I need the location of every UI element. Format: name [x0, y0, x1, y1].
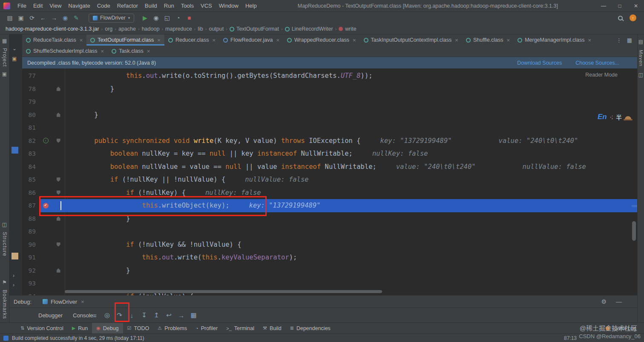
synchronize-icon[interactable]: ⟳ — [26, 14, 37, 21]
fold-end-icon[interactable] — [57, 217, 60, 221]
tab-reducetask-class[interactable]: ReduceTask.class× — [22, 34, 86, 46]
tab-close-icon[interactable]: × — [157, 37, 161, 43]
code-line-92[interactable]: 92 } — [22, 264, 637, 277]
menu-vcs[interactable]: VCS — [197, 3, 216, 9]
hide-panel-icon[interactable]: — — [616, 298, 622, 305]
settings-gear-icon[interactable]: ⚙ — [601, 298, 607, 305]
menu-edit[interactable]: Edit — [30, 3, 46, 9]
back-icon[interactable]: ← — [37, 14, 49, 21]
toolwindow-button-terminal[interactable]: >_Terminal — [222, 323, 259, 333]
breadcrumb-item-hadoop-mapreduce-client-core-3-1-3-jar[interactable]: hadoop-mapreduce-client-core-3.1.3.jar — [4, 26, 101, 32]
coverage-icon[interactable]: ◱ — [161, 14, 172, 21]
menu-navigate[interactable]: Navigate — [65, 3, 93, 9]
toolwindow-button-dependencies[interactable]: ≣Dependencies — [286, 323, 335, 333]
breadcrumb-item-mapreduce[interactable]: mapreduce — [164, 26, 193, 32]
breadcrumb-item-org[interactable]: org — [104, 26, 114, 32]
code-line-83[interactable]: 83 boolean nullKey = key == null || key … — [22, 147, 637, 160]
code-editor[interactable]: 77 this.out.write(o.toString().getBytes(… — [22, 68, 637, 295]
database-icon[interactable]: ◫ — [638, 72, 643, 78]
ime-mode-label[interactable]: En — [598, 113, 607, 121]
toolwindow-button-todo[interactable]: ☑TODO — [123, 323, 154, 333]
stop-icon[interactable]: ■ — [184, 14, 195, 21]
maximize-button[interactable]: □ — [612, 3, 628, 9]
menu-run[interactable]: Run — [161, 3, 178, 9]
vertical-scrollbar[interactable] — [632, 221, 636, 241]
tab-close-icon[interactable]: × — [588, 37, 591, 43]
code-line-81[interactable]: 81 — [22, 121, 637, 134]
fold-end-icon[interactable] — [57, 113, 60, 117]
show-execution-point-icon[interactable]: ◎ — [101, 311, 113, 319]
toolwindow-button-run[interactable]: ▶Run — [68, 323, 92, 333]
open-icon[interactable]: ▤ — [4, 14, 15, 21]
tab-debugger[interactable]: Debugger — [33, 308, 68, 322]
tab-close-icon[interactable]: × — [276, 37, 279, 43]
breadcrumb-item-lib[interactable]: lib — [196, 26, 204, 32]
fold-start-icon[interactable] — [57, 242, 60, 247]
code-line-78[interactable]: 78 } — [22, 83, 637, 96]
folder-icon[interactable]: ▣ — [12, 56, 17, 62]
tab-taskinputoutputcontextimpl-class[interactable]: TaskInputOutputContextImpl.class× — [360, 34, 462, 46]
code-line-88[interactable]: 88 } — [22, 212, 637, 225]
menu-help[interactable]: Help — [242, 3, 260, 9]
fold-end-icon[interactable] — [57, 87, 60, 91]
tab-shuffle-class[interactable]: Shuffle.class× — [462, 34, 514, 46]
menu-window[interactable]: Window — [216, 3, 242, 9]
tab-close-icon[interactable]: × — [212, 37, 216, 43]
fold-end-icon[interactable] — [57, 268, 60, 273]
tab-mergemanagerimpl-class[interactable]: MergeManagerImpl.class× — [514, 34, 595, 46]
code-line-79[interactable]: 79 — [22, 95, 637, 108]
fold-start-icon[interactable] — [57, 177, 60, 182]
breadcrumb-item-output[interactable]: output — [207, 26, 225, 32]
code-line-93[interactable]: 93 — [22, 277, 637, 290]
tab-task-class[interactable]: Task.class× — [108, 46, 154, 57]
sidebar-item-maven[interactable]: Maven — [638, 50, 644, 67]
search-icon[interactable] — [618, 16, 623, 20]
tab-shuffleschedulerimpl-class[interactable]: ShuffleSchedulerImpl.class× — [22, 46, 108, 57]
ime-punct-label[interactable]: ·; — [610, 114, 613, 120]
debug-session-tab[interactable]: FlowDriver × — [43, 299, 84, 305]
ime-width-label[interactable]: 半 — [616, 113, 622, 121]
breadcrumb-item-write[interactable]: write — [337, 26, 357, 32]
run-to-cursor-icon[interactable]: → — [175, 312, 187, 319]
tab-reducer-class[interactable]: Reducer.class× — [164, 34, 219, 46]
sidebar-item-project[interactable]: Project — [2, 48, 8, 67]
breakpoint-icon[interactable]: ✔ — [43, 203, 49, 208]
ime-skin-hat-icon[interactable] — [625, 116, 631, 120]
toolwindow-button-debug[interactable]: ◉Debug — [92, 323, 123, 333]
tab-close-icon[interactable]: × — [81, 299, 84, 305]
code-line-77[interactable]: 77 this.out.write(o.toString().getBytes(… — [22, 69, 637, 83]
breadcrumb-item-linerecordwriter[interactable]: LineRecordWriter — [284, 26, 334, 32]
debug-icon[interactable]: ◉ — [150, 14, 161, 21]
tab-wrappedreducer-class[interactable]: WrappedReducer.class× — [283, 34, 360, 46]
bookmarks-icon[interactable]: ⚑ — [2, 279, 7, 285]
tab-textoutputformat-class[interactable]: TextOutputFormat.class× — [86, 34, 164, 46]
breadcrumb-item-hadoop[interactable]: hadoop — [141, 26, 161, 32]
project-icon[interactable]: ▦ — [2, 38, 7, 44]
menu-view[interactable]: View — [46, 3, 65, 9]
step-over-icon[interactable]: ↷ — [113, 311, 126, 319]
drop-frame-icon[interactable]: ↩ — [163, 311, 175, 319]
toolwindow-button-profiler[interactable]: ◔Profiler — [191, 323, 222, 333]
tab-close-icon[interactable]: × — [101, 48, 104, 54]
step-into-icon[interactable]: ↓ — [126, 312, 138, 319]
menu-build[interactable]: Build — [141, 3, 161, 9]
choose-sources-link[interactable]: Choose Sources... — [575, 60, 619, 66]
code-line-86[interactable]: 86 if (!nullKey) {nullKey: false — [22, 186, 637, 200]
menu-code[interactable]: Code — [94, 3, 114, 9]
toolwindow-button-build[interactable]: ⚒Build — [259, 323, 286, 333]
close-button[interactable]: ✕ — [628, 3, 644, 9]
tab-close-icon[interactable]: × — [455, 37, 458, 43]
run-configuration-select[interactable]: FlowDriver ▾ — [89, 14, 134, 23]
override-method-icon[interactable]: ↑ — [43, 138, 49, 143]
profile-icon[interactable]: ◉ — [60, 14, 71, 21]
evaluate-expression-icon[interactable]: ▦ — [187, 311, 200, 319]
code-line-84[interactable]: 84 boolean nullValue = value == null || … — [22, 160, 637, 174]
tab-close-icon[interactable]: × — [507, 37, 510, 43]
profiler-icon[interactable]: ◔ — [172, 14, 184, 21]
tab-close-icon[interactable]: × — [147, 48, 150, 54]
menu-file[interactable]: File — [14, 3, 30, 9]
toolwindow-button-version-control[interactable]: ⇅Version Control — [16, 323, 68, 333]
forward-icon[interactable]: → — [49, 14, 60, 21]
reader-mode-toggle[interactable]: Reader Mode — [585, 72, 618, 78]
caret-position-indicator[interactable]: 87:13 — [564, 335, 577, 341]
